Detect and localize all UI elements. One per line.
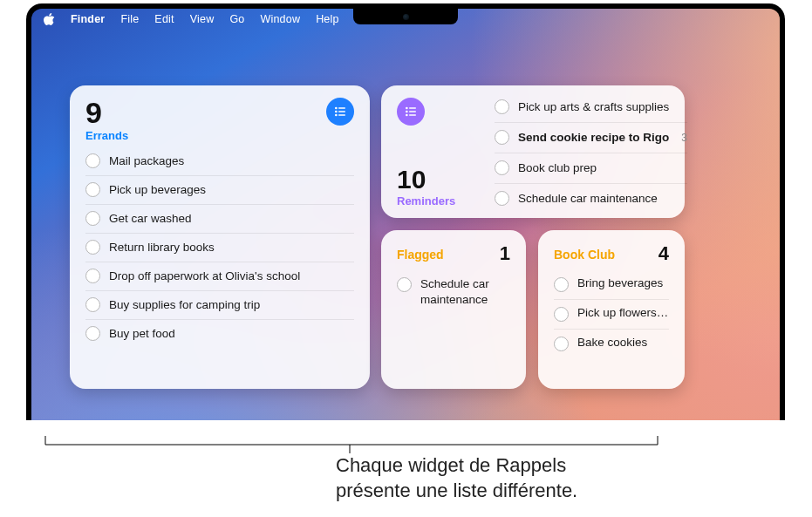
list-item[interactable]: Drop off paperwork at Olivia's school bbox=[85, 262, 354, 291]
list-item[interactable]: Return library books bbox=[85, 234, 354, 262]
menubar-item-view[interactable]: View bbox=[190, 13, 215, 25]
svg-rect-5 bbox=[338, 114, 345, 115]
menubar-item-go[interactable]: Go bbox=[229, 13, 244, 25]
svg-rect-9 bbox=[409, 111, 416, 112]
reminders-count: 10 bbox=[397, 167, 491, 193]
checkbox-circle[interactable] bbox=[397, 277, 412, 292]
checkbox-circle[interactable] bbox=[495, 191, 509, 206]
callout-text: Chaque widget de Rappels présente une li… bbox=[336, 453, 720, 503]
svg-rect-7 bbox=[409, 107, 416, 108]
errands-count: 9 bbox=[85, 98, 128, 127]
checkbox-circle[interactable] bbox=[85, 182, 100, 197]
list-item[interactable]: Pick up beverages bbox=[85, 176, 354, 205]
checkbox-circle[interactable] bbox=[495, 160, 509, 175]
checkbox-circle[interactable] bbox=[554, 307, 569, 322]
list-item[interactable]: Pick up flowers f... bbox=[554, 300, 669, 330]
screen: Finder File Edit View Go Window Help 9 E… bbox=[31, 9, 780, 420]
annotation-callout: Chaque widget de Rappels présente une li… bbox=[44, 436, 658, 466]
widget-bookclub[interactable]: Book Club 4 Bring beverages Pick up flow… bbox=[538, 230, 685, 389]
laptop-frame: Finder File Edit View Go Window Help 9 E… bbox=[26, 3, 785, 420]
list-item[interactable]: Mail packages bbox=[85, 147, 354, 176]
menubar-app-name[interactable]: Finder bbox=[71, 13, 105, 25]
checkbox-circle[interactable] bbox=[85, 153, 100, 168]
widget-flagged[interactable]: Flagged 1 Schedule car maintenance bbox=[381, 230, 526, 389]
list-item[interactable]: Bring beverages bbox=[554, 270, 669, 300]
list-item[interactable]: Pick up arts & crafts supplies bbox=[495, 92, 687, 123]
svg-rect-11 bbox=[409, 114, 416, 115]
errands-name: Errands bbox=[85, 129, 128, 142]
svg-point-4 bbox=[335, 114, 338, 117]
svg-point-6 bbox=[406, 107, 408, 110]
bookclub-count: 4 bbox=[658, 242, 669, 265]
desktop: 9 Errands Mail packages Pick up beverage… bbox=[31, 30, 780, 420]
list-item[interactable]: Send cookie recipe to Rigo3 bbox=[495, 123, 687, 153]
apple-menu-icon[interactable] bbox=[44, 13, 55, 25]
widget-errands[interactable]: 9 Errands Mail packages Pick up beverage… bbox=[70, 85, 370, 389]
camera-icon bbox=[403, 14, 409, 20]
svg-point-2 bbox=[335, 111, 338, 113]
menubar-item-file[interactable]: File bbox=[120, 13, 139, 25]
list-item[interactable]: Bake cookies bbox=[554, 330, 669, 358]
checkbox-circle[interactable] bbox=[495, 130, 509, 145]
checkbox-circle[interactable] bbox=[85, 240, 100, 255]
checkbox-circle[interactable] bbox=[554, 277, 569, 292]
svg-rect-3 bbox=[338, 111, 345, 112]
list-item[interactable]: Get car washed bbox=[85, 205, 354, 234]
menubar-item-window[interactable]: Window bbox=[260, 13, 300, 25]
flagged-count: 1 bbox=[500, 242, 510, 265]
subtask-count-badge: 3 bbox=[681, 132, 687, 144]
list-item[interactable]: Schedule car maintenance bbox=[495, 184, 687, 214]
flagged-name: Flagged bbox=[397, 248, 444, 262]
list-item[interactable]: Buy supplies for camping trip bbox=[85, 291, 354, 320]
list-icon bbox=[326, 98, 354, 126]
menubar-item-edit[interactable]: Edit bbox=[154, 13, 174, 25]
checkbox-circle[interactable] bbox=[85, 269, 100, 283]
list-item[interactable]: Buy pet food bbox=[85, 320, 354, 348]
svg-point-0 bbox=[335, 107, 338, 110]
list-icon bbox=[397, 98, 425, 126]
display-notch bbox=[353, 9, 458, 24]
list-item[interactable]: Book club prep bbox=[495, 153, 687, 184]
svg-point-10 bbox=[406, 114, 408, 117]
checkbox-circle[interactable] bbox=[495, 99, 509, 114]
checkbox-circle[interactable] bbox=[85, 297, 100, 312]
list-item[interactable]: Schedule car maintenance bbox=[397, 270, 510, 315]
svg-point-8 bbox=[406, 111, 408, 113]
menubar-item-help[interactable]: Help bbox=[316, 13, 339, 25]
bookclub-name: Book Club bbox=[554, 248, 615, 262]
reminders-name: Reminders bbox=[397, 194, 491, 207]
svg-rect-1 bbox=[338, 107, 345, 108]
checkbox-circle[interactable] bbox=[85, 211, 100, 226]
checkbox-circle[interactable] bbox=[554, 337, 569, 351]
widget-reminders[interactable]: 10 Reminders Pick up arts & crafts suppl… bbox=[381, 85, 685, 218]
checkbox-circle[interactable] bbox=[85, 326, 100, 341]
